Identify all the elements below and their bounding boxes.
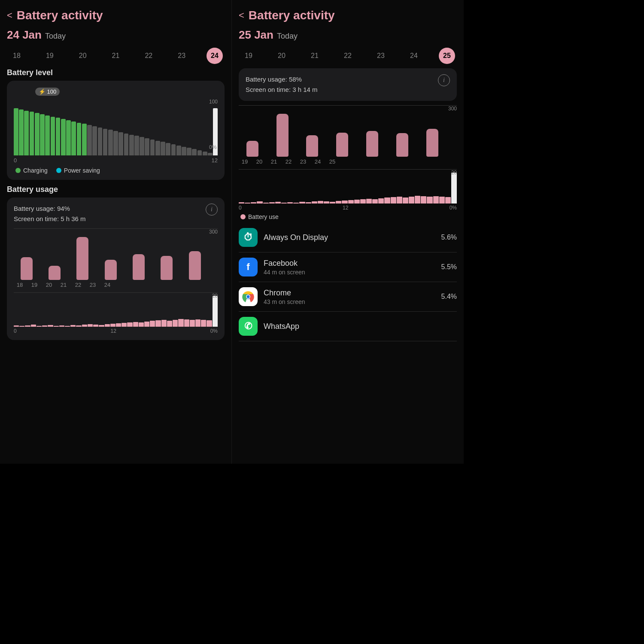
battery-bar-26 xyxy=(150,140,155,155)
hourly-bar-12 xyxy=(82,325,87,327)
battery-bar-7 xyxy=(51,117,55,155)
hourly-bar-33 xyxy=(201,320,206,327)
battery-bar-0 xyxy=(14,108,18,155)
app-info-0: Always On Display xyxy=(264,233,435,242)
right-date-item-25[interactable]: 25 xyxy=(439,48,455,64)
left-date-item-24[interactable]: 24 xyxy=(207,48,223,64)
left-date-selector[interactable]: 18192021222324 xyxy=(7,48,225,64)
usage-bar-pill-3 xyxy=(105,260,117,280)
battery-bar-11 xyxy=(71,122,76,155)
left-legend: Charging Power saving xyxy=(14,167,218,174)
left-usage-x-labels: 18192021222324 xyxy=(14,280,218,288)
right-date-item-21[interactable]: 21 xyxy=(307,52,323,60)
hourly-bar-20 xyxy=(360,199,366,204)
usage-x-label-21: 21 xyxy=(58,282,70,288)
usage-bar-group-2 xyxy=(70,237,95,280)
left-hourly-chart: 20 0 12 0% xyxy=(14,292,218,334)
right-date-item-22[interactable]: 22 xyxy=(340,52,356,60)
hourly-bar-15 xyxy=(99,325,104,327)
usage-bar-pill-1 xyxy=(49,266,61,280)
right-date-item-24[interactable]: 24 xyxy=(406,52,422,60)
left-saving-label: Power saving xyxy=(64,167,100,174)
app-icon-1: f xyxy=(239,258,258,276)
usage-bar-pill-6 xyxy=(426,129,438,157)
hourly-bar-22 xyxy=(139,322,144,327)
hourly-bar-32 xyxy=(433,196,439,204)
right-info-icon[interactable]: i xyxy=(438,74,450,86)
usage-bar-group-1 xyxy=(269,114,296,157)
battery-bar-16 xyxy=(98,128,103,155)
usage-bar-pill-0 xyxy=(246,141,258,157)
app-list-item-0[interactable]: ⏱Always On Display5.6% xyxy=(239,223,457,252)
right-usage-stats: Battery usage: 58% Screen on time: 3 h 1… xyxy=(246,74,318,95)
left-date-item-18[interactable]: 18 xyxy=(9,52,25,60)
left-info-icon[interactable]: i xyxy=(206,204,218,216)
hourly-bar-0 xyxy=(239,202,244,204)
battery-bar-30 xyxy=(171,144,176,155)
right-usage-card: Battery usage: 58% Screen on time: 3 h 1… xyxy=(239,68,457,101)
hourly-bar-0 xyxy=(14,325,19,327)
hourly-bar-30 xyxy=(421,196,426,204)
battery-bar-12 xyxy=(77,123,82,155)
battery-bar-27 xyxy=(155,141,160,155)
hourly-bar-6 xyxy=(275,202,281,204)
hourly-bar-24 xyxy=(150,321,155,327)
right-date-item-19[interactable]: 19 xyxy=(240,52,257,60)
right-date-item-20[interactable]: 20 xyxy=(273,52,290,60)
app-list-item-1[interactable]: fFacebook44 m on screen5.5% xyxy=(239,252,457,282)
right-back-btn[interactable]: < Battery activity xyxy=(239,9,457,22)
hourly-bar-5 xyxy=(42,325,47,327)
right-date-item-23[interactable]: 23 xyxy=(373,52,389,60)
hourly-bar-23 xyxy=(144,322,149,327)
battery-bar-25 xyxy=(145,138,149,155)
battery-bar-23 xyxy=(134,136,139,155)
hourly-bar-29 xyxy=(178,319,183,327)
app-name-1: Facebook xyxy=(264,259,435,268)
left-legend-saving: Power saving xyxy=(56,167,100,174)
hourly-bar-9 xyxy=(293,203,299,204)
left-date-item-21[interactable]: 21 xyxy=(107,52,124,60)
left-date-item-22[interactable]: 22 xyxy=(140,52,157,60)
right-date-selector[interactable]: 19202122232425 xyxy=(239,48,457,64)
left-date-item-23[interactable]: 23 xyxy=(173,52,190,60)
app-list-item-2[interactable]: Chrome43 m on screen5.4% xyxy=(239,282,457,312)
hourly-bar-15 xyxy=(330,202,335,204)
battery-bar-24 xyxy=(140,137,144,155)
hourly-bar-9 xyxy=(65,326,70,327)
right-battery-dot xyxy=(240,214,246,219)
right-back-icon: < xyxy=(239,10,244,21)
hourly-bar-21 xyxy=(133,322,138,327)
hourly-bar-32 xyxy=(195,319,200,327)
left-date: 24 Jan xyxy=(7,28,42,42)
usage-bar-group-0 xyxy=(239,141,266,157)
battery-bar-37 xyxy=(208,153,213,155)
hourly-bar-18 xyxy=(348,200,354,204)
app-name-3: WhatsApp xyxy=(264,322,457,331)
usage-bar-group-3 xyxy=(98,260,123,280)
right-usage-percent: Battery usage: 58% xyxy=(246,74,318,85)
right-battery-label: Battery use xyxy=(248,213,279,220)
battery-bar-18 xyxy=(108,130,113,155)
hourly-bar-23 xyxy=(378,198,384,204)
hourly-bar-4 xyxy=(263,203,269,204)
right-page-title: Battery activity xyxy=(249,9,335,22)
hourly-bar-6 xyxy=(48,325,53,327)
hourly-bar-25 xyxy=(391,197,396,204)
left-usage-y-right: 300 xyxy=(209,229,218,235)
hourly-bar-25 xyxy=(155,320,161,327)
app-list-item-3[interactable]: ✆WhatsApp xyxy=(239,312,457,341)
left-y-labels: 100 0% xyxy=(209,99,218,150)
left-usage-bars xyxy=(14,229,207,280)
hourly-bar-35 xyxy=(213,296,218,327)
left-date-item-19[interactable]: 19 xyxy=(42,52,58,60)
battery-bar-29 xyxy=(166,143,170,155)
usage-x-label-21: 21 xyxy=(268,158,280,165)
usage-bar-pill-3 xyxy=(336,133,348,157)
battery-bar-3 xyxy=(30,112,34,155)
right-hourly-chart: 20 0 12 0% xyxy=(239,169,457,211)
left-back-btn[interactable]: < Battery activity xyxy=(7,9,225,22)
left-date-item-20[interactable]: 20 xyxy=(75,52,91,60)
right-battery-use-legend: Battery use xyxy=(239,213,457,220)
hourly-bar-27 xyxy=(403,197,408,204)
hourly-bar-20 xyxy=(127,322,132,327)
